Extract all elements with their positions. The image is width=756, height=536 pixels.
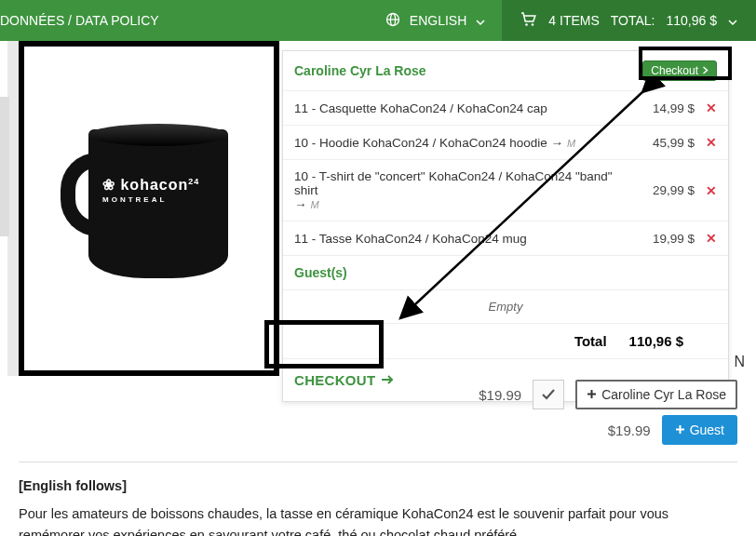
cart-item-row: 10 - Hoodie KohaCon24 / KohaCon24 hoodie… (283, 126, 728, 160)
price-value: $19.99 (479, 387, 521, 403)
language-label: ENGLISH (410, 13, 466, 28)
arrow-right-icon: → (550, 136, 563, 150)
add-guest-button[interactable]: Guest (662, 415, 737, 445)
english-follows-heading: [English follows] (19, 476, 737, 496)
chevron-down-icon (728, 13, 737, 28)
cart-item-row: 11 - Casquette KohaCon24 / KohaCon24 cap… (283, 91, 728, 126)
guests-empty: Empty (283, 290, 728, 324)
cart-item-row: 10 - T-shirt de "concert" KohaCon24 / Ko… (283, 160, 728, 221)
total-label: Total (574, 333, 607, 349)
cart-item-label: 11 - Casquette KohaCon24 / KohaCon24 cap (294, 101, 629, 115)
chevron-right-icon (702, 64, 709, 77)
cart-summary[interactable]: 4 ITEMS TOTAL: 110,96 $ (502, 0, 756, 41)
cart-icon (520, 12, 537, 30)
cart-item-label: 10 - Hoodie KohaCon24 / KohaCon24 hoodie… (294, 136, 629, 150)
plus-icon (675, 422, 685, 437)
svg-point-3 (526, 23, 529, 26)
svg-point-4 (532, 23, 534, 26)
cart-item-label: 11 - Tasse KohaCon24 / KohaCon24 mug (294, 232, 629, 246)
plus-icon (587, 387, 597, 402)
select-check-button[interactable] (533, 380, 564, 409)
language-selector[interactable]: ENGLISH (369, 12, 502, 30)
remove-item-button[interactable]: ✕ (695, 135, 717, 150)
guests-header: Guest(s) (283, 256, 728, 290)
remove-item-button[interactable]: ✕ (695, 100, 717, 115)
cart-item-row: 11 - Tasse KohaCon24 / KohaCon24 mug 19,… (283, 221, 728, 256)
cart-total-label: TOTAL: (611, 13, 655, 28)
arrow-right-icon: → (294, 197, 307, 211)
product-description: Pour les amateurs de boissons chaudes, l… (19, 503, 737, 536)
chevron-down-icon (476, 13, 485, 28)
background-strip (0, 97, 9, 236)
add-for-user-button[interactable]: Caroline Cyr La Rose (575, 380, 737, 409)
remove-item-button[interactable]: ✕ (695, 183, 717, 198)
data-policy-link[interactable]: DONNÉES / DATA POLICY (0, 13, 169, 28)
price-value: $19.99 (608, 422, 651, 438)
cart-total-value: 110,96 $ (667, 13, 718, 28)
cart-dropdown: Caroline Cyr La Rose Checkout 11 - Casqu… (282, 50, 729, 402)
product-details: $19.99 Caroline Cyr La Rose $19.99 Guest… (0, 357, 756, 536)
cart-item-price: 14,99 $ (629, 101, 695, 115)
top-bar: DONNÉES / DATA POLICY ENGLISH 4 ITEMS TO… (0, 0, 756, 41)
cart-items-count: 4 ITEMS (548, 13, 599, 28)
globe-icon (385, 12, 400, 30)
remove-item-button[interactable]: ✕ (695, 231, 717, 246)
product-image: ❀ kohacon24 MONTREAL (19, 41, 279, 376)
cart-total-row: Total 110,96 $ (283, 324, 728, 359)
checkout-button-small[interactable]: Checkout (642, 60, 717, 81)
cart-owner-name: Caroline Cyr La Rose (294, 63, 426, 78)
total-value: 110,96 $ (629, 333, 683, 349)
cart-item-price: 19,99 $ (629, 232, 695, 246)
cart-item-price: 29,99 $ (629, 183, 695, 197)
cart-item-price: 45,99 $ (629, 136, 695, 150)
cart-item-label: 10 - T-shirt de "concert" KohaCon24 / Ko… (294, 169, 629, 211)
